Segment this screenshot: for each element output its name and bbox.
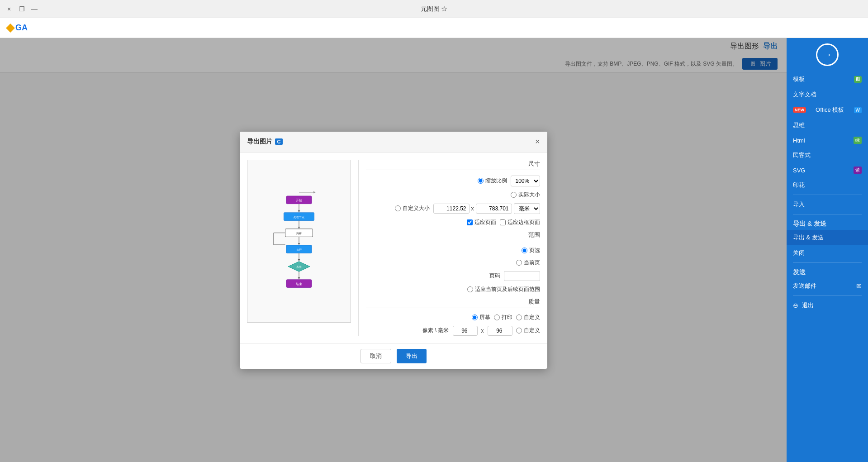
zoom-select[interactable]: 100% 75% 150% 200% xyxy=(511,176,540,186)
svg-marker-9 xyxy=(298,227,300,229)
fit-page-checkbox[interactable] xyxy=(467,219,473,225)
sidebar-item-office[interactable]: NEW Office 模板 W xyxy=(787,102,868,118)
actual-size-label[interactable]: 实际大小 xyxy=(511,191,540,199)
sidebar-import-label: 导入 xyxy=(793,200,805,209)
sidebar-html-label: Html xyxy=(793,137,805,144)
sidebar-exit[interactable]: ⊖ 退出 xyxy=(787,298,868,313)
page-number-label: 页码 xyxy=(489,272,500,280)
zoom-row: 缩放比例 100% 75% 150% 200% xyxy=(366,176,540,186)
sidebar-item-html[interactable]: Html 绿 xyxy=(787,133,868,148)
sidebar-divider-2 xyxy=(793,214,862,214)
sidebar-item-text-doc[interactable]: 文字文档 xyxy=(787,87,868,102)
sidebar-item-send-email[interactable]: 发送邮件 ✉ xyxy=(787,278,868,294)
dialog-header: 导出图片 C × xyxy=(240,132,547,152)
copy-icon[interactable]: ❐ xyxy=(18,5,25,13)
fit-to-page-radio[interactable] xyxy=(467,286,473,292)
sidebar-export-section: 导出 & 发送 xyxy=(787,216,868,230)
sidebar-arrow-button[interactable]: → xyxy=(816,43,839,66)
dialog-title-text: 导出图片 xyxy=(247,138,272,146)
size-separator: x xyxy=(471,205,474,212)
title-bar: × ❐ — 元图图 ☆ xyxy=(0,0,868,18)
sidebar-item-mindmap[interactable]: 思维 xyxy=(787,118,868,133)
custom-quality-label[interactable]: 自定义 xyxy=(516,314,540,321)
actual-size-radio[interactable] xyxy=(511,192,517,198)
flowchart-preview: 开始 处理节点 判断 xyxy=(266,191,332,292)
sidebar-item-close[interactable]: 关闭 xyxy=(787,245,868,261)
screen-label[interactable]: 屏幕 xyxy=(472,314,490,321)
logo-text: GA xyxy=(15,23,28,33)
sidebar-item-print[interactable]: 印花 xyxy=(787,177,868,193)
sidebar-send-email-label: 发送邮件 xyxy=(793,282,816,290)
dialog-overlay: 导出图片 C × xyxy=(0,38,787,462)
screen-radio[interactable] xyxy=(472,314,478,320)
dialog-title-icon: C xyxy=(275,138,283,145)
page-number-row: 页码 xyxy=(366,271,540,281)
confirm-button[interactable]: 导出 xyxy=(397,349,427,363)
custom-size-label[interactable]: 自定义大小 xyxy=(395,205,430,212)
all-pages-text: 页选 xyxy=(529,247,540,254)
dpi-separator: x xyxy=(481,328,484,334)
dpi-height-input[interactable] xyxy=(488,326,512,336)
current-page-radio[interactable] xyxy=(516,260,522,266)
fit-border-checkbox[interactable] xyxy=(500,219,506,225)
sidebar-item-svg[interactable]: SVG 紫 xyxy=(787,163,868,177)
sidebar-folk-label: 民客式 xyxy=(793,151,811,159)
range-row: 页选 xyxy=(366,247,540,254)
dpi-label: 像素 \ 毫米 xyxy=(422,327,449,334)
dialog-footer: 取消 导出 xyxy=(240,343,547,369)
minimize-icon[interactable]: — xyxy=(31,5,38,13)
fit-page-row: 适应页面 适应边框页面 xyxy=(366,219,540,226)
actual-size-row: 实际大小 xyxy=(366,191,540,199)
close-icon[interactable]: × xyxy=(5,5,13,13)
sidebar-text-doc-label: 文字文档 xyxy=(793,90,816,99)
fit-page-text: 适应页面 xyxy=(474,219,496,226)
dialog-title: 导出图片 C xyxy=(247,138,283,146)
custom-dpi-text: 自定义 xyxy=(524,327,540,334)
fit-to-page-label[interactable]: 适应当前页及后续页面范围 xyxy=(467,286,540,293)
print-radio[interactable] xyxy=(494,314,500,320)
all-pages-radio[interactable] xyxy=(522,248,527,253)
svg-marker-5 xyxy=(298,210,300,213)
zoom-radio-label[interactable]: 缩放比例 xyxy=(478,177,507,185)
print-text: 打印 xyxy=(502,314,512,321)
custom-size-text: 自定义大小 xyxy=(403,205,430,212)
fit-page-label[interactable]: 适应页面 xyxy=(467,219,496,226)
content-area: 导出图形 导出 导出图文件，支持 BMP、JPEG、PNG、GIF 格式，以及 … xyxy=(0,38,787,462)
current-page-text: 当前页 xyxy=(524,259,540,267)
height-input[interactable] xyxy=(476,204,512,214)
size-section-title: 尺寸 xyxy=(366,160,540,170)
sidebar-item-folk[interactable]: 民客式 xyxy=(787,148,868,163)
title-bar-left: × ❐ — xyxy=(5,5,38,13)
fit-border-label[interactable]: 适应边框页面 xyxy=(500,219,540,226)
sidebar-close-label: 关闭 xyxy=(793,249,805,257)
custom-dpi-radio[interactable] xyxy=(516,328,522,333)
current-page-label[interactable]: 当前页 xyxy=(516,259,540,267)
fit-to-page-row: 适应当前页及后续页面范围 xyxy=(366,286,540,293)
sidebar-item-export-send[interactable]: 导出 & 发送 xyxy=(787,230,868,245)
width-input[interactable] xyxy=(433,204,470,214)
quality-row: 屏幕 打印 自定义 xyxy=(366,314,540,321)
email-icon: ✉ xyxy=(856,282,862,290)
page-number-input[interactable] xyxy=(504,271,540,281)
sidebar-item-template[interactable]: 模板 图 xyxy=(787,71,868,87)
print-label[interactable]: 打印 xyxy=(494,314,512,321)
dialog-close-button[interactable]: × xyxy=(535,137,540,147)
cancel-button[interactable]: 取消 xyxy=(360,349,391,363)
sidebar-item-import[interactable]: 导入 xyxy=(787,197,868,212)
dpi-width-input[interactable] xyxy=(453,326,478,336)
svg-text:执行: 执行 xyxy=(296,248,302,251)
unit-select[interactable]: 毫米 像素 厘米 xyxy=(514,203,540,214)
svg-marker-16 xyxy=(298,243,300,245)
custom-quality-radio[interactable] xyxy=(516,314,522,320)
zoom-radio[interactable] xyxy=(478,178,484,184)
size-inputs: x 毫米 像素 厘米 xyxy=(433,203,540,214)
screen-text: 屏幕 xyxy=(479,314,490,321)
settings-divider xyxy=(358,160,359,336)
preview-area: 开始 处理节点 判断 xyxy=(247,160,351,323)
sidebar-divider-4 xyxy=(793,295,862,296)
custom-size-radio[interactable] xyxy=(395,205,401,211)
custom-dpi-label[interactable]: 自定义 xyxy=(516,327,540,334)
sidebar-export-send-label: 导出 & 发送 xyxy=(793,233,824,242)
all-pages-label[interactable]: 页选 xyxy=(522,247,540,254)
sidebar-send-section: 发送 xyxy=(787,265,868,278)
